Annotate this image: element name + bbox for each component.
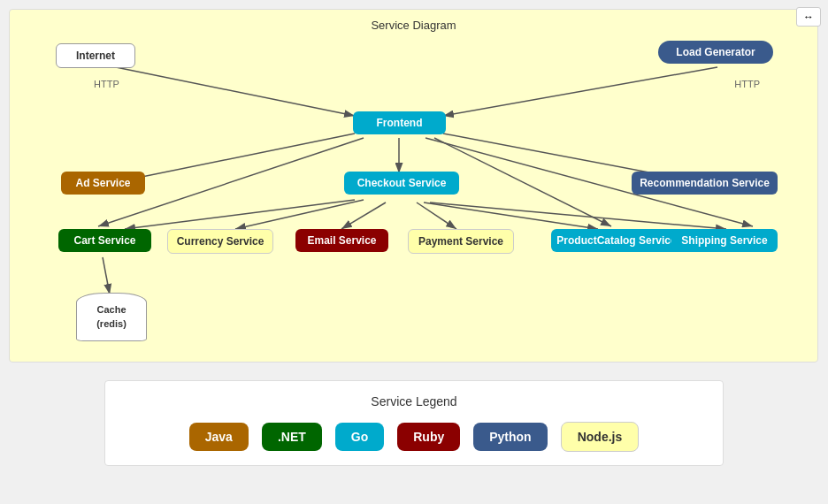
recommendation-service-node[interactable]: Recommendation Service: [632, 172, 778, 195]
load-generator-node[interactable]: Load Generator: [658, 41, 773, 64]
diagram-expand-button[interactable]: ↔: [796, 7, 821, 27]
currency-service-node[interactable]: Currency Service: [167, 229, 273, 254]
svg-line-15: [103, 257, 110, 294]
legend-container: Service Legend Java .NET Go Ruby Python: [104, 380, 724, 466]
cart-service-node[interactable]: Cart Service: [58, 229, 151, 252]
productcatalog-service-node[interactable]: ProductCatalog Service: [551, 229, 682, 252]
page-wrapper: ↔ Service Diagram: [0, 0, 828, 475]
svg-line-3: [116, 134, 355, 182]
frontend-node[interactable]: Frontend: [353, 111, 446, 134]
ad-service-node[interactable]: Ad Service: [61, 172, 145, 195]
svg-line-10: [341, 202, 386, 229]
legend-python[interactable]: Python: [473, 423, 547, 451]
http-label-right: HTTP: [734, 79, 760, 89]
checkout-service-node[interactable]: Checkout Service: [344, 172, 459, 195]
svg-line-1: [116, 67, 355, 116]
expand-icon: ↔: [803, 11, 814, 23]
legend-title: Service Legend: [132, 394, 696, 409]
cache-node[interactable]: Cache(redis): [76, 293, 147, 341]
svg-line-12: [125, 200, 355, 229]
legend-ruby[interactable]: Ruby: [397, 423, 460, 451]
svg-line-9: [235, 200, 364, 229]
svg-line-2: [443, 67, 717, 116]
svg-line-8: [434, 138, 611, 226]
payment-service-node[interactable]: Payment Service: [408, 229, 514, 254]
legend-java[interactable]: Java: [189, 423, 249, 451]
legend-items: Java .NET Go Ruby Python Node.js: [132, 422, 696, 452]
email-service-node[interactable]: Email Service: [295, 229, 388, 252]
service-diagram: Service Diagram: [9, 9, 818, 363]
legend-net[interactable]: .NET: [262, 423, 322, 451]
legend-wrapper: ↔ Service Legend Java .NET Go Ruby Pytho…: [9, 380, 819, 466]
svg-line-13: [430, 202, 726, 229]
http-label-left: HTTP: [94, 79, 119, 89]
legend-go[interactable]: Go: [335, 423, 384, 451]
shipping-service-node[interactable]: Shipping Service: [671, 229, 778, 252]
internet-node[interactable]: Internet: [56, 43, 135, 68]
legend-nodejs[interactable]: Node.js: [561, 422, 640, 452]
